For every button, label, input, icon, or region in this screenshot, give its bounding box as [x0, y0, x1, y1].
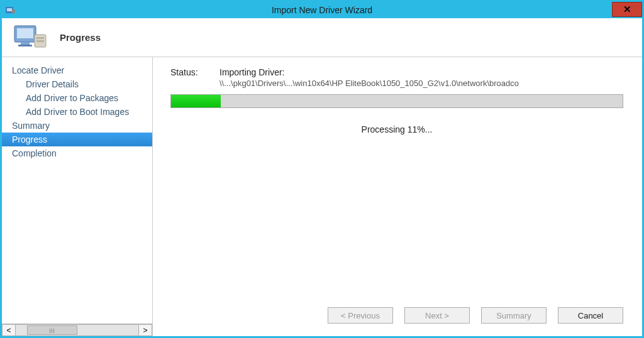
- svg-rect-2: [12, 9, 15, 13]
- wizard-window: Import New Driver Wizard ✕ Progress Loca…: [0, 0, 644, 338]
- content-area: Status: Importing Driver: \\...\pkg01\Dr…: [153, 57, 642, 336]
- title-bar: Import New Driver Wizard ✕: [2, 2, 642, 18]
- svg-rect-1: [7, 8, 12, 11]
- wizard-body: Locate DriverDriver DetailsAdd Driver to…: [2, 57, 642, 336]
- status-text: Importing Driver: \\...\pkg01\Drivers\..…: [219, 67, 623, 88]
- page-title: Progress: [60, 32, 101, 43]
- svg-rect-8: [36, 37, 44, 39]
- nav-list: Locate DriverDriver DetailsAdd Driver to…: [2, 57, 152, 324]
- nav-item-add-driver-to-boot-images[interactable]: Add Driver to Boot Images: [2, 105, 152, 119]
- svg-rect-9: [36, 40, 44, 42]
- svg-rect-6: [18, 45, 32, 46]
- scroll-thumb[interactable]: |||: [27, 325, 77, 335]
- svg-rect-5: [21, 42, 30, 45]
- app-icon: [3, 3, 18, 18]
- status-line1: Importing Driver:: [219, 67, 623, 77]
- close-button[interactable]: ✕: [612, 2, 642, 17]
- scroll-track[interactable]: |||: [16, 324, 138, 336]
- next-button[interactable]: Next >: [404, 307, 470, 324]
- nav-item-driver-details[interactable]: Driver Details: [2, 77, 152, 91]
- window-title: Import New Driver Wizard: [2, 5, 642, 15]
- close-icon: ✕: [623, 4, 631, 15]
- nav-item-summary[interactable]: Summary: [2, 119, 152, 133]
- scroll-left-button[interactable]: <: [2, 324, 16, 336]
- processing-text: Processing 11%...: [170, 124, 623, 134]
- nav-item-locate-driver[interactable]: Locate Driver: [2, 63, 152, 77]
- status-row: Status: Importing Driver: \\...\pkg01\Dr…: [170, 67, 623, 88]
- cancel-button[interactable]: Cancel: [558, 307, 623, 324]
- progress-bar: [170, 94, 623, 108]
- status-line2: \\...\pkg01\Drivers\...\win10x64\HP Elit…: [219, 79, 623, 88]
- nav-item-completion[interactable]: Completion: [2, 146, 152, 160]
- scroll-right-button[interactable]: >: [138, 324, 152, 336]
- wizard-header: Progress: [2, 18, 642, 57]
- svg-rect-4: [17, 28, 33, 38]
- status-label: Status:: [170, 67, 208, 88]
- footer-buttons: < Previous Next > Summary Cancel: [170, 300, 623, 330]
- nav-item-add-driver-to-packages[interactable]: Add Driver to Packages: [2, 91, 152, 105]
- nav-item-progress[interactable]: Progress: [2, 133, 152, 146]
- wizard-sidebar: Locate DriverDriver DetailsAdd Driver to…: [2, 57, 153, 336]
- progress-fill: [171, 95, 221, 107]
- header-icon: [13, 23, 48, 52]
- previous-button[interactable]: < Previous: [328, 307, 393, 324]
- summary-button[interactable]: Summary: [481, 307, 547, 324]
- sidebar-scrollbar[interactable]: < ||| >: [2, 324, 152, 336]
